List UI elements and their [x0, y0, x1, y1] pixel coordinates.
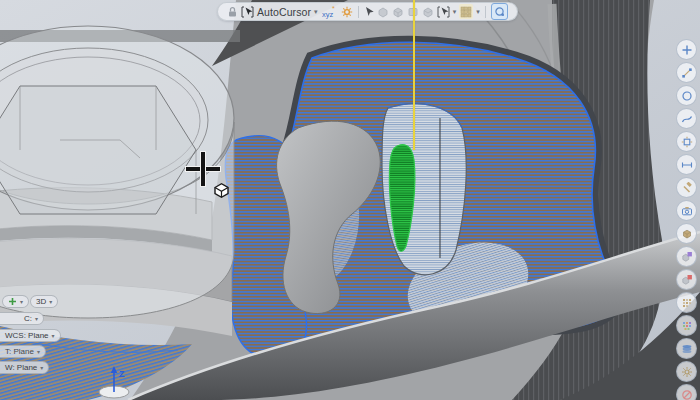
rail-button-plus[interactable]	[676, 39, 697, 60]
z-axis-label: Z	[119, 369, 125, 379]
tool-axis-line	[413, 0, 415, 150]
status-chip-3d[interactable]: 3D ▾	[30, 295, 58, 308]
autocursor-toolbar: AutoCursor ▾ xyz* ▾ ▾	[217, 2, 518, 21]
chevron-down-icon[interactable]: ▾	[314, 8, 318, 15]
rail-button-spline[interactable]	[676, 108, 697, 129]
status-chip-view[interactable]: W: Plane ▾	[0, 361, 49, 374]
z-axis-arrow	[111, 366, 117, 373]
rail-button-gear[interactable]	[676, 361, 697, 382]
solid-filter-icon-4[interactable]	[422, 4, 434, 19]
status-chip-label: 3D	[36, 297, 46, 306]
gear-icon	[681, 366, 693, 378]
status-chip-cplane[interactable]: C: ▾	[0, 312, 44, 325]
line-endpoints-icon	[681, 67, 693, 79]
spline-icon	[681, 113, 693, 125]
axis-gnomon: Z	[92, 360, 136, 400]
solid-select-cube-icon	[212, 181, 231, 200]
cad-viewport-window: AutoCursor ▾ xyz* ▾ ▾	[0, 0, 700, 400]
rail-button-rotate-box[interactable]	[676, 131, 697, 152]
autocursor-label: AutoCursor	[257, 6, 311, 18]
rail-button-pixel-grid[interactable]	[676, 292, 697, 313]
pixel-grid-color-icon	[681, 320, 693, 332]
chevron-down-icon: ▾	[35, 316, 38, 322]
prohibit-icon	[681, 389, 693, 400]
selection-circle-button[interactable]	[491, 3, 508, 20]
camera-icon	[681, 205, 693, 217]
rail-button-cube[interactable]	[676, 223, 697, 244]
rail-button-cube-add[interactable]	[676, 246, 697, 267]
chevron-down-icon: ▾	[49, 299, 52, 305]
hammer-icon	[681, 182, 693, 194]
rail-button-ruler[interactable]	[676, 154, 697, 175]
status-chip-tplane[interactable]: T: Plane ▾	[0, 345, 46, 358]
rail-button-pixel-grid-color[interactable]	[676, 315, 697, 336]
solid-filter-icon-2[interactable]	[392, 4, 404, 19]
toolbar-separator	[485, 6, 486, 18]
svg-text:*: *	[332, 5, 335, 12]
lock-icon[interactable]	[227, 4, 238, 19]
rail-button-camera[interactable]	[676, 200, 697, 221]
selection-mode-icon[interactable]	[437, 4, 450, 19]
cube-icon	[681, 228, 693, 240]
solid-filter-icon-1[interactable]	[377, 4, 389, 19]
cube-add-icon	[681, 251, 693, 263]
gview-icon	[8, 297, 17, 306]
plus-icon	[681, 44, 693, 56]
pixel-grid-icon	[681, 297, 693, 309]
rail-button-layers[interactable]	[676, 338, 697, 359]
rail-button-hammer[interactable]	[676, 177, 697, 198]
grid-snap-icon[interactable]	[459, 4, 473, 19]
status-chip-label: C:	[24, 314, 32, 323]
viewport-3d-scene[interactable]	[0, 0, 700, 400]
rail-button-prohibit[interactable]	[676, 384, 697, 400]
hex-pocket	[0, 86, 196, 214]
xyz-fast-point-icon[interactable]: xyz*	[321, 4, 338, 19]
status-chip-label: T: Plane	[5, 347, 34, 356]
autocursor-mode-icon[interactable]	[241, 4, 254, 19]
cube-subtract-icon	[681, 274, 693, 286]
chevron-down-icon: ▾	[20, 299, 23, 305]
chevron-down-icon: ▾	[52, 333, 55, 339]
toolbar-separator	[358, 6, 359, 18]
circle-icon	[681, 90, 693, 102]
rail-button-cube-subtract[interactable]	[676, 269, 697, 290]
chevron-down-icon: ▾	[40, 365, 43, 371]
status-chip-label: W: Plane	[5, 363, 37, 372]
status-chip-wcs[interactable]: WCS: Plane ▾	[0, 329, 61, 342]
status-chip-gview[interactable]: ▾	[2, 295, 29, 308]
rail-button-line-endpoints[interactable]	[676, 62, 697, 83]
quick-tools-rail	[676, 39, 697, 400]
chevron-down-icon: ▾	[37, 349, 40, 355]
autocursor-settings-icon[interactable]	[341, 4, 353, 19]
rail-button-circle[interactable]	[676, 85, 697, 106]
ruler-icon	[681, 159, 693, 171]
rotate-box-icon	[681, 136, 693, 148]
selection-arrow-icon[interactable]	[364, 4, 374, 19]
chevron-down-icon[interactable]: ▾	[476, 8, 480, 15]
status-chip-label: WCS: Plane	[5, 331, 49, 340]
chevron-down-icon[interactable]: ▾	[453, 8, 457, 15]
layers-icon	[681, 343, 693, 355]
